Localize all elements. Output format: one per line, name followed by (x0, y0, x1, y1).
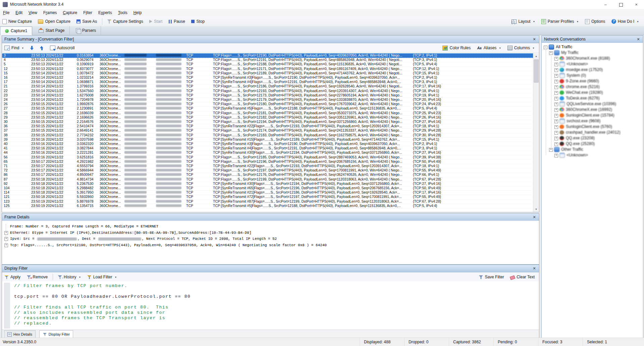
autoscroll-button[interactable]: Autoscroll (48, 44, 77, 52)
remove-filter-button[interactable]: ✕Remove (24, 273, 50, 281)
tree-item-crashpad-handler-exe-24012-[interactable]: +crashpad_handler.exe (24012) (542, 130, 643, 135)
close-icon[interactable]: × (532, 265, 537, 272)
expand-plus-icon[interactable]: + (554, 57, 558, 61)
expand-plus-icon[interactable]: + (554, 137, 558, 140)
history-button[interactable]: ◔History▼ (55, 273, 83, 281)
maximize-button[interactable] (613, 0, 629, 9)
tree-item-svchost-exe-9608-[interactable]: +svchost.exe (9608) (542, 118, 643, 124)
frame-row-27[interactable]: 2723:50:15 2024/11/222.1230891360Chrome.… (2, 106, 533, 111)
frame-row-15[interactable]: 1523:50:14 2024/11/221.0078472360Chrome.… (2, 71, 533, 76)
expand-plus-icon[interactable]: + (554, 102, 558, 106)
close-icon[interactable]: × (532, 214, 537, 221)
expand-plus-icon[interactable]: + (549, 51, 553, 55)
tree-item-qqliveservice-exe-10396-[interactable]: +QQLiveService.exe (10396) (542, 101, 643, 107)
aliases-button[interactable]: AaAliases▼ (475, 44, 504, 52)
expand-plus-icon[interactable]: + (554, 91, 558, 95)
options-button[interactable]: Options (583, 18, 607, 25)
tree-item-qq-exe-25280-[interactable]: +QQ.exe (25280) (542, 141, 643, 147)
expand-plus-icon[interactable]: + (554, 131, 558, 135)
expand-plus-icon[interactable]: + (554, 108, 558, 112)
minimize-button[interactable]: – (598, 0, 613, 9)
frame-row-65[interactable]: 6523:50:17 2024/11/224.2921982360Chrome.… (2, 159, 533, 164)
frame-row-87[interactable]: 8723:50:18 2024/11/224.8814734360Chrome.… (2, 177, 533, 182)
expand-plus-icon[interactable]: + (4, 231, 8, 235)
frame-row-26[interactable]: 2623:50:15 2024/11/221.9992876360Chrome.… (2, 102, 533, 107)
expand-plus-icon[interactable]: + (4, 244, 8, 247)
menu-edit[interactable]: Edit (12, 9, 25, 15)
start-button[interactable]: Start (147, 18, 165, 25)
frame-row-22[interactable]: 2223:50:14 2024/11/221.5347560360Chrome.… (2, 89, 533, 93)
frame-row-39[interactable]: 3923:50:16 2024/11/223.0207598360Chrome.… (2, 137, 533, 142)
menu-file[interactable]: File (0, 9, 12, 15)
expand-plus-icon[interactable]: + (554, 142, 558, 146)
frame-row-123[interactable]: 12323:50:19 2024/11/225.8876978360Chrome… (2, 199, 533, 204)
menu-filter[interactable]: Filter (80, 9, 95, 15)
pause-button[interactable]: Pause (166, 18, 187, 25)
frame-row-41[interactable]: 4123:50:16 2024/11/223.0827844360Chrome.… (2, 146, 533, 151)
find-button[interactable]: Find▼ (2, 44, 26, 52)
how-do-i-button[interactable]: ?How Do I▼ (609, 18, 641, 25)
tree-item-msedge-exe-17520-[interactable]: +msedge.exe (17520) (542, 67, 643, 73)
frame-row-104[interactable]: 10423:50:18 2024/11/225.2988482360Chrome… (2, 186, 533, 191)
tree-item-qq-exe-23208-[interactable]: +QQ.exe (23208) (542, 135, 643, 141)
apply-filter-button[interactable]: Apply (2, 273, 23, 281)
expand-plus-icon[interactable]: + (554, 74, 558, 78)
expand-plus-icon[interactable]: + (554, 154, 558, 157)
tree-item-system-0-[interactable]: +System (0) (542, 73, 643, 78)
frame-row-24[interactable]: 2423:50:14 2024/11/221.7204978360Chrome.… (2, 97, 533, 102)
tree-item-other-traffic[interactable]: +Other Traffic (542, 147, 643, 152)
parser-profiles-button[interactable]: Parser Profiles▼ (539, 18, 581, 25)
find-previous-button[interactable] (38, 44, 46, 52)
tree-item-all-traffic[interactable]: -All Traffic (542, 44, 643, 50)
frame-row-28[interactable]: 2823:50:15 2024/11/222.1696039360Chrome.… (2, 111, 533, 116)
frame-row-71[interactable]: 7123:50:17 2024/11/224.5553794360Chrome.… (2, 164, 533, 168)
frame-row-29[interactable]: 2923:50:15 2024/11/222.1696626360Chrome.… (2, 115, 533, 120)
expand-plus-icon[interactable]: + (554, 120, 558, 123)
frame-row-37[interactable]: 3723:50:15 2024/11/222.6649141360Chrome.… (2, 128, 533, 133)
expand-plus-icon[interactable]: + (549, 148, 553, 152)
frame-row-16[interactable]: 1623:50:14 2024/11/221.0233214360Chrome.… (2, 75, 533, 80)
frame-row-36[interactable]: 3623:50:15 2024/11/222.5410474360Chrome.… (2, 124, 533, 129)
frame-row-5[interactable]: 523:50:13 2024/11/220.1090919360Chrome..… (2, 62, 533, 67)
expand-plus-icon[interactable]: + (554, 63, 558, 66)
color-rules-button[interactable]: abColor Rules (440, 44, 473, 52)
expand-plus-icon[interactable]: + (554, 80, 558, 83)
scroll-down-icon[interactable]: ▼ (533, 206, 539, 212)
layout-button[interactable]: Layout▼ (509, 18, 537, 25)
close-button[interactable]: × (629, 0, 644, 9)
menu-experts[interactable]: Experts (95, 9, 115, 15)
new-capture-button[interactable]: New Capture (0, 18, 34, 25)
expand-plus-icon[interactable]: + (554, 114, 558, 118)
tree-item-sunloginclient-exe-15784-[interactable]: +SunloginClient.exe (15784) (542, 113, 643, 118)
frame-row-125[interactable]: 12523:50:19 2024/11/226.1354715360Chrome… (2, 204, 533, 208)
frame-row-114[interactable]: 11423:50:18 2024/11/225.3917950360Chrome… (2, 190, 533, 195)
frame-row-44[interactable]: 4423:50:16 2024/11/223.2221281360Chrome.… (2, 150, 533, 155)
close-icon[interactable]: × (636, 36, 641, 43)
tree-item-todesk-exe-6276-[interactable]: +ToDesk.exe (6276) (542, 95, 643, 101)
frame-row-56[interactable]: 5623:50:16 2024/11/223.6251816360Chrome.… (2, 155, 533, 160)
expand-plus-icon[interactable]: + (554, 68, 558, 72)
load-filter-button[interactable]: Load Filter▼ (85, 273, 119, 281)
tab-parsers[interactable]: Parsers (71, 26, 101, 34)
frame-row-21[interactable]: 2123:50:14 2024/11/221.3799316360Chrome.… (2, 84, 533, 89)
frame-row-92[interactable]: 9223:50:18 2024/11/225.2367530360Chrome.… (2, 182, 533, 186)
open-capture-button[interactable]: Open Capture (36, 18, 72, 25)
menu-view[interactable]: View (25, 9, 40, 15)
menu-help[interactable]: Help (130, 9, 145, 15)
tree-item-wechat-exe-19280-[interactable]: +WeChat.exe (19280) (542, 90, 643, 95)
frame-row-38[interactable]: 3823:50:15 2024/11/222.7734232360Chrome.… (2, 133, 533, 138)
collapse-minus-icon[interactable]: - (544, 46, 547, 49)
expand-plus-icon[interactable]: + (554, 97, 558, 100)
stop-button[interactable]: Stop (189, 18, 207, 25)
tree-item--unknown-[interactable]: +<Unknown> (542, 61, 643, 67)
frame-row-30[interactable]: 3023:50:15 2024/11/222.2164576360Chrome.… (2, 120, 533, 124)
tree-item-360chromex-exe-8188-[interactable]: +360ChromeX.exe (8188) (542, 56, 643, 61)
frame-row-3[interactable]: 323:50:13 2024/11/220.0163854360Chrome..… (2, 53, 533, 58)
vertical-scrollbar[interactable]: ▲ ▼ (533, 53, 539, 212)
columns-button[interactable]: Columns▼ (505, 44, 537, 52)
expand-plus-icon[interactable]: + (554, 125, 558, 129)
frame-row-23[interactable]: 2323:50:14 2024/11/221.6275008360Chrome.… (2, 93, 533, 98)
tree-item-my-traffic[interactable]: +My Traffic (542, 50, 643, 56)
expand-plus-icon[interactable]: + (4, 237, 8, 241)
frame-row-40[interactable]: 4023:50:16 2024/11/223.0362320360Chrome.… (2, 142, 533, 146)
